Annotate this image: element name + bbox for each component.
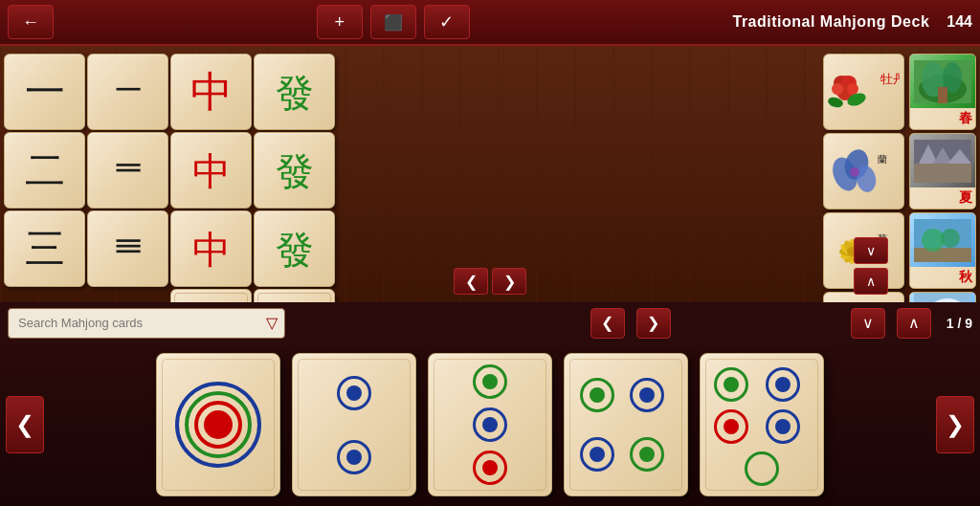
up-icon: ∧ [908,314,920,332]
svg-text:發: 發 [276,229,314,272]
card-green-2[interactable]: 發 [254,132,335,209]
card-2-bamboo[interactable]: 𝍠 [87,54,168,130]
down-button[interactable]: ∨ [851,308,885,339]
dot-card-2[interactable] [292,353,416,496]
add-icon: + [334,12,345,33]
green-char-svg-2: 發 [266,142,323,199]
svg-text:發: 發 [276,150,314,193]
search-input[interactable] [8,308,285,339]
down-icon: ∨ [862,314,874,332]
page-prev-button[interactable]: ❮ [590,308,625,339]
dot-card-4[interactable] [564,353,688,496]
dot-blue-5 [580,437,614,472]
card-red-3[interactable]: 中 [170,210,252,287]
dot-blue-3 [473,407,507,442]
search-row: ▽ ❮ ❯ ∨ ∧ 1 / 9 [0,302,980,343]
peony-svg: 牡丹 [828,66,900,119]
card-green-4[interactable]: 發 [254,289,335,302]
deck-title: Traditional Mahjong Deck [732,13,929,31]
flower-nav-down[interactable]: ∨ [854,237,888,264]
svg-point-51 [941,229,960,248]
dot-card-5[interactable] [700,353,824,496]
card-1-man[interactable]: 一 [4,54,85,130]
green-char-svg-3: 發 [266,220,323,277]
chevron-down-icon: ∨ [866,243,876,258]
chevron-left-icon: ❮ [465,273,478,291]
autumn-label: 秋 [910,267,975,288]
season-autumn[interactable]: 秋 [909,212,976,289]
card-green-3[interactable]: 發 [254,210,335,287]
green-char-svg-1: 發 [266,63,323,121]
red-char-svg-1: 中 [183,63,240,121]
card-grid-top: 一 二 三 𝍠 𝍡 𝍢 中 [0,46,980,302]
chevron-up-icon: ∧ [866,274,876,289]
autumn-svg [914,219,971,262]
right-arrow-icon: ❯ [946,411,965,438]
card-red-4[interactable]: 中 [170,289,252,302]
card-symbol: 𝍢 [115,235,142,262]
card-green-1[interactable]: 發 [254,54,335,130]
svg-rect-42 [938,87,947,103]
flower-nav-up[interactable]: ∧ [854,268,888,295]
summer-label: 夏 [910,187,975,209]
card-symbol: 二 [25,150,65,190]
card-red-2[interactable]: 中 [170,132,252,209]
grid-nav-next[interactable]: ❯ [492,268,526,295]
filter-icon[interactable]: ▽ [266,314,278,332]
toolbar: ← + ⬛ ✓ Traditional Mahjong Deck 144 [0,0,980,46]
orchid-svg: 蘭 [828,145,900,198]
bottom-prev-button[interactable]: ❮ [6,396,44,453]
folder-icon: ⬛ [384,13,403,32]
flower-orchid[interactable]: 蘭 [823,133,904,209]
page-indicator: 1 / 9 [947,316,972,331]
dot-blue-2 [337,440,371,474]
card-3-bamboo[interactable]: 𝍡 [87,132,168,209]
card-red-1[interactable]: 中 [170,54,252,130]
main-area: 一 二 三 𝍠 𝍡 𝍢 中 [0,46,980,506]
page-next-button[interactable]: ❯ [636,308,671,339]
svg-point-20 [850,167,859,177]
up-button[interactable]: ∧ [897,308,931,339]
card-column-4: 發 發 發 發 [254,54,335,302]
dot-card-1[interactable] [156,353,280,496]
svg-text:中: 中 [192,150,231,193]
svg-point-14 [847,83,858,95]
card-symbol: 𝍡 [115,157,142,184]
check-button[interactable]: ✓ [424,5,470,39]
winter-svg [914,293,971,302]
card-symbol: 𝍠 [115,78,142,105]
dot-card-3[interactable] [428,353,552,496]
folder-button[interactable]: ⬛ [370,5,416,39]
next-icon: ❯ [647,314,659,332]
red-char-svg-2: 中 [183,142,240,199]
bottom-next-button[interactable]: ❯ [936,396,974,453]
grid-nav-prev[interactable]: ❮ [454,268,488,295]
add-button[interactable]: + [317,5,363,39]
card-column-2: 𝍠 𝍡 𝍢 [87,54,168,287]
dot-green-5 [745,451,779,486]
card-symbol: 三 [25,229,65,269]
card-3-man[interactable]: 三 [4,210,85,287]
svg-text:中: 中 [190,69,233,116]
dot-green-3 [630,437,664,472]
svg-text:蘭: 蘭 [878,154,887,165]
dot-green-4 [714,367,748,402]
back-button[interactable]: ← [8,5,54,39]
svg-text:中: 中 [192,229,231,272]
season-summer[interactable]: 夏 [909,133,976,209]
dot-green-2 [580,378,614,412]
card-4-bamboo[interactable]: 𝍢 [87,210,168,287]
dot-red-2 [714,409,748,444]
flower-peony[interactable]: 牡丹 [823,54,904,130]
dot-blue-4 [630,378,664,412]
card-2-man[interactable]: 二 [4,132,85,209]
card-column-3: 中 中 中 中 [170,54,252,302]
season-spring[interactable]: 春 [909,54,976,130]
dot-red-1 [473,451,507,485]
grid-nav-group: ❮ ❯ [454,268,526,295]
dot-blue-1 [337,376,371,410]
dot-blue-7 [766,409,800,444]
back-icon: ← [22,12,39,33]
dot-blue-6 [766,367,800,402]
season-winter[interactable]: 冬 [909,292,976,302]
